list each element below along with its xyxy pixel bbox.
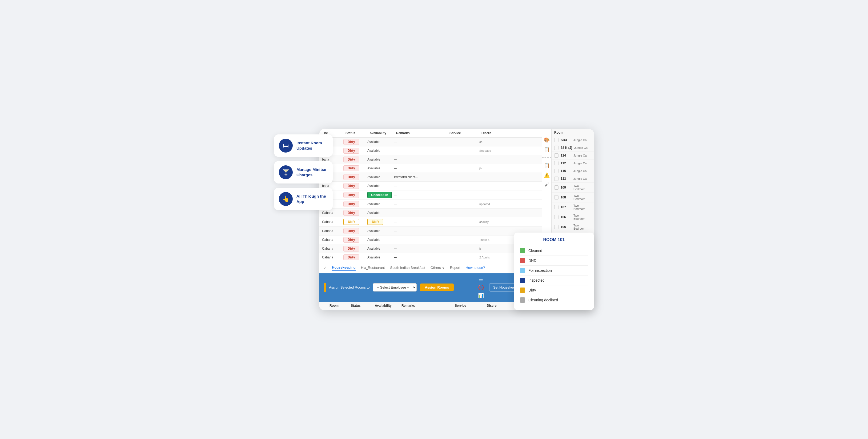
tab-others[interactable]: Others ∨ (431, 265, 445, 271)
assign-rooms-button[interactable]: Assign Rooms (420, 284, 454, 291)
room-remarks: --- (394, 140, 447, 144)
room-list-item[interactable]: 108 Two Bedroom (552, 193, 594, 202)
tab-restaurant[interactable]: Hlx_Restaurant (361, 265, 385, 271)
action-bar: Assign Selected Rooms to -- Select Emplo… (319, 273, 542, 302)
room-type: Two Bedroom (574, 204, 591, 210)
room-status: Dirty (343, 156, 367, 163)
room-number: 107 (561, 205, 571, 209)
yellow-indicator (323, 283, 326, 292)
room-name: Cabana (322, 229, 343, 233)
room-type: Jungle Cal (574, 177, 587, 180)
room-discre: There a (479, 238, 501, 241)
room-type: Jungle Cal (574, 169, 587, 173)
select-employee-dropdown[interactable]: -- Select Employee -- (373, 283, 417, 292)
room-checkbox[interactable] (554, 177, 558, 181)
room-checkbox[interactable] (554, 161, 558, 165)
header-discre-bottom: Discre (485, 304, 506, 308)
room-remarks: --- (394, 238, 447, 242)
legend-dnd: DND (520, 256, 588, 266)
room-list-item[interactable]: 38 K (J) Jungle Cal (552, 144, 594, 152)
tab-check[interactable]: ✓ (323, 265, 327, 271)
room-status: Dirty (343, 228, 367, 234)
room-availability: Available (367, 149, 394, 152)
cleaned-swatch (520, 248, 525, 253)
room-list-item[interactable]: 113 Jungle Cal (552, 175, 594, 183)
room-checkbox[interactable] (554, 153, 558, 157)
cleaning-declined-label: Cleaning declined (528, 298, 558, 302)
room-list-item[interactable]: 115 Jungle Cal (552, 167, 594, 175)
room-remarks: --- (394, 157, 447, 162)
bottom-table-header: Room Status Availability Remarks Service… (319, 302, 542, 310)
instant-room-label: Instant Room Updates (297, 140, 328, 151)
list-icon[interactable]: 📋 (544, 163, 550, 169)
header-availability: Availability (367, 131, 394, 135)
room-name: Cabana (322, 211, 343, 215)
table-row: Cabana Dirty Available --- b (319, 244, 542, 253)
room-list-item[interactable]: 112 Jungle Cal (552, 159, 594, 167)
assign-label: Assign Selected Rooms to (329, 285, 370, 289)
room-discre: asdulty (479, 220, 501, 224)
warning-icon[interactable]: ⚠️ (544, 172, 550, 178)
room-status: Dirty (343, 183, 367, 189)
main-table-area: ne Status Availability Remarks Service D… (319, 129, 542, 310)
room-list-item[interactable]: 106 Two Bedroom (552, 212, 594, 222)
header-service-bottom: Service (453, 304, 485, 308)
room-availability: Available (367, 256, 394, 259)
room-number: 108 (561, 196, 571, 199)
menu-icon[interactable]: ☰ (479, 276, 483, 283)
room-status-dnr: DNR (343, 219, 367, 225)
brush-icon[interactable]: 🖌 (545, 182, 549, 187)
pie-chart-icon[interactable]: 📊 (478, 293, 484, 298)
room-discre: b (479, 247, 501, 250)
room-status: Dirty (343, 148, 367, 154)
room-list-item[interactable]: 109 Two Bedroom (552, 183, 594, 193)
side-action-icons: ☰ 🚫 📊 (478, 276, 484, 298)
room-remarks: --- (394, 193, 447, 197)
room-type: Jungle Cal (574, 139, 587, 142)
room-discre: jb (479, 167, 501, 170)
tab-report[interactable]: Report (450, 265, 460, 271)
room-availability: Available (367, 238, 394, 242)
tab-housekeeping[interactable]: Housekeeping (332, 264, 355, 271)
room-status: Dirty (343, 165, 367, 171)
info-icon[interactable]: 📋 (544, 147, 550, 152)
table-row: Cabana Dirty Available --- (319, 227, 542, 235)
table-row: Cabana Dirty Available --- updated (319, 200, 542, 209)
no-entry-icon[interactable]: 🚫 (478, 285, 484, 290)
room-status: Dirty (343, 255, 367, 260)
dnd-label: DND (528, 258, 536, 263)
table-header-row: ne Status Availability Remarks Service D… (319, 129, 542, 138)
room-availability-checked-in: Checked In (367, 192, 394, 198)
room-type: Two Bedroom (574, 184, 591, 191)
room-status: Dirty (343, 192, 367, 198)
room-list-item[interactable]: 114 Jungle Cal (552, 152, 594, 159)
room-list-item[interactable]: 107 Two Bedroom (552, 202, 594, 212)
room-checkbox[interactable] (554, 205, 558, 209)
room-discre: updated (479, 202, 501, 206)
room-checkbox[interactable] (554, 195, 558, 200)
inspected-label: Inspected (528, 278, 545, 283)
room-list-item[interactable]: 105 Two Bedroom (552, 222, 594, 232)
room-checkbox[interactable] (554, 225, 558, 229)
room-name: Cabana (322, 238, 343, 242)
room-checkbox[interactable] (554, 169, 558, 173)
feature-card-instant-room: 🛏 Instant Room Updates (274, 135, 333, 157)
tab-howtouse[interactable]: How to use? (466, 265, 485, 271)
room-status: Dirty (343, 139, 367, 145)
table-row: Cabana Dirty Available --- 2 Adults (319, 253, 542, 262)
room-checkbox[interactable] (554, 215, 558, 219)
room-checkbox[interactable] (554, 185, 558, 189)
room-checkbox[interactable] (554, 146, 558, 150)
tab-breakfast[interactable]: South Indian Breakfast (390, 265, 425, 271)
legend-cleaning-declined: Cleaning declined (520, 295, 588, 305)
room-checkbox[interactable] (554, 138, 558, 142)
minibar-label: Manage Minibar Charges (297, 167, 328, 177)
room-remarks: Irritatatrd client--- (394, 175, 447, 179)
legend-cleaned: Cleaned (520, 246, 588, 256)
room-type: Two Bedroom (574, 214, 591, 220)
room-list-item[interactable]: SD3 Jungle Cal (552, 136, 594, 144)
table-row: bana Dirty Available --- (319, 182, 542, 191)
cleaning-declined-swatch (520, 297, 525, 303)
table-row-dnr: Cabana DNR DNR --- asdulty (319, 217, 542, 227)
palette-icon[interactable]: 🎨 (544, 137, 550, 143)
